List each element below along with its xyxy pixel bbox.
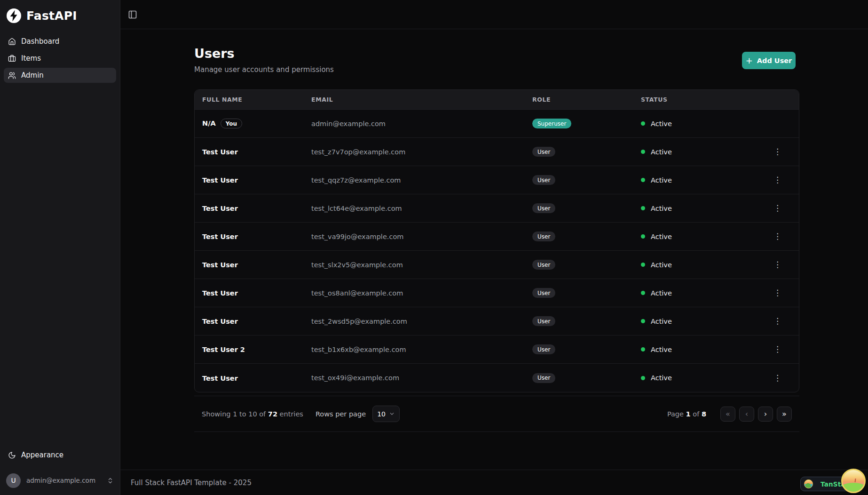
- table-body: N/AYou admin@example.com Superuser Activ…: [195, 110, 799, 392]
- user-full-name: N/A: [202, 120, 216, 127]
- table-row: Test User test_qqz7z@example.com User Ac…: [195, 166, 799, 194]
- page-info-text: Page 1 of 8: [667, 410, 706, 418]
- row-actions-menu-button[interactable]: ⋮: [770, 287, 785, 299]
- tanstack-island-icon: [804, 479, 813, 488]
- app-logo: FastAPI: [7, 8, 77, 23]
- add-user-label: Add User: [757, 57, 792, 64]
- chevron-down-icon: [389, 411, 395, 417]
- row-actions-menu-button[interactable]: ⋮: [770, 174, 785, 186]
- rows-per-page-select[interactable]: 10: [372, 406, 400, 422]
- actions-cell: ⋮: [770, 315, 791, 327]
- table-row: Test User test_z7v7op@example.com User A…: [195, 138, 799, 166]
- role-badge: User: [532, 203, 555, 213]
- role-badge: User: [532, 232, 555, 241]
- full-name-cell: Test User: [202, 374, 311, 383]
- user-email: test_z7v7op@example.com: [311, 148, 532, 156]
- tanstack-logo-button[interactable]: [841, 469, 866, 493]
- status-dot: [641, 150, 645, 154]
- full-name-cell: N/AYou: [202, 119, 311, 129]
- sidebar-toggle-button[interactable]: [128, 10, 137, 19]
- next-page-button[interactable]: ›: [758, 407, 773, 422]
- status-dot: [641, 319, 645, 323]
- row-actions-menu-button[interactable]: ⋮: [770, 259, 785, 271]
- status-dot: [641, 121, 645, 126]
- status-dot: [641, 376, 645, 380]
- role-cell: User: [532, 373, 641, 383]
- you-badge: You: [221, 119, 242, 128]
- status-dot: [641, 347, 645, 351]
- role-cell: User: [532, 344, 641, 355]
- table-row: Test User test_lct64e@example.com User A…: [195, 194, 799, 223]
- app-root: FastAPI Dashboard Items: [0, 0, 868, 495]
- full-name-cell: Test User: [202, 232, 311, 241]
- table-row: Test User test_va99jo@example.com User A…: [195, 223, 799, 251]
- row-actions-menu-button[interactable]: ⋮: [770, 202, 785, 214]
- total-entries: 72: [268, 410, 277, 418]
- row-actions-menu-button[interactable]: ⋮: [770, 372, 785, 384]
- role-cell: User: [532, 147, 641, 157]
- role-cell: User: [532, 232, 641, 242]
- actions-cell: ⋮: [770, 231, 791, 242]
- role-badge: User: [532, 175, 555, 185]
- row-actions-menu-button[interactable]: ⋮: [770, 231, 785, 242]
- row-actions-menu-button[interactable]: ⋮: [770, 343, 785, 355]
- status-cell: Active: [641, 318, 764, 325]
- sidebar-item-label: Dashboard: [21, 37, 59, 46]
- role-badge: User: [532, 288, 555, 298]
- user-menu-button[interactable]: U admin@example.com: [3, 470, 117, 491]
- sidebar-item-items[interactable]: Items: [4, 51, 116, 66]
- status-cell: Active: [641, 205, 764, 212]
- rows-per-page-label: Rows per page: [316, 410, 366, 418]
- full-name-cell: Test User: [202, 288, 311, 297]
- role-badge: User: [532, 147, 555, 157]
- row-actions-menu-button[interactable]: ⋮: [770, 315, 785, 327]
- add-user-button[interactable]: + Add User: [742, 52, 796, 69]
- rows-per-page-value: 10: [377, 410, 386, 418]
- user-full-name: Test User: [202, 289, 238, 297]
- user-email: admin@example.com: [311, 120, 532, 128]
- avatar: U: [6, 473, 21, 488]
- user-email: test_qqz7z@example.com: [311, 176, 532, 184]
- user-full-name: Test User: [202, 233, 238, 240]
- sidebar-item-dashboard[interactable]: Dashboard: [4, 34, 116, 49]
- actions-cell: ⋮: [770, 259, 791, 271]
- status-cell: Active: [641, 346, 764, 353]
- panel-left-icon: [128, 10, 137, 19]
- fastapi-bolt-icon: [7, 8, 21, 23]
- first-page-button[interactable]: «: [720, 407, 735, 422]
- role-badge: User: [532, 316, 555, 326]
- sidebar-item-admin[interactable]: Admin: [4, 68, 116, 83]
- sidebar-item-label: Admin: [21, 71, 44, 80]
- appearance-button[interactable]: Appearance: [4, 447, 116, 463]
- status-dot: [641, 234, 645, 239]
- appearance-label: Appearance: [21, 451, 63, 459]
- status-dot: [641, 291, 645, 295]
- status-cell: Active: [641, 233, 764, 240]
- table-row: Test User test_os8anl@example.com User A…: [195, 279, 799, 307]
- full-name-cell: Test User: [202, 260, 311, 269]
- moon-icon: [8, 451, 16, 459]
- table-row: Test User test_slx2v5@example.com User A…: [195, 251, 799, 279]
- footer: Full Stack FastAPI Template - 2025: [120, 470, 868, 495]
- user-email-label: admin@example.com: [26, 477, 101, 484]
- users-table: FULL NAME EMAIL ROLE STATUS N/AYou admin…: [194, 89, 799, 392]
- user-full-name: Test User: [202, 176, 238, 184]
- user-email: test_lct64e@example.com: [311, 205, 532, 212]
- user-email: test_2wsd5p@example.com: [311, 318, 532, 325]
- role-badge: User: [532, 373, 555, 383]
- plus-icon: +: [746, 56, 753, 65]
- last-page-button[interactable]: »: [777, 407, 792, 422]
- previous-page-button[interactable]: ‹: [739, 407, 754, 422]
- status-label: Active: [651, 318, 672, 325]
- column-header-email: EMAIL: [311, 96, 532, 103]
- user-email: test_b1x6xb@example.com: [311, 346, 532, 353]
- user-full-name: Test User: [202, 205, 238, 212]
- users-icon: [8, 72, 16, 80]
- role-cell: User: [532, 260, 641, 270]
- status-cell: Active: [641, 289, 764, 297]
- topbar: [120, 0, 868, 29]
- row-actions-menu-button[interactable]: ⋮: [770, 146, 785, 158]
- status-cell: Active: [641, 374, 764, 382]
- role-badge: User: [532, 260, 555, 270]
- status-label: Active: [651, 374, 672, 382]
